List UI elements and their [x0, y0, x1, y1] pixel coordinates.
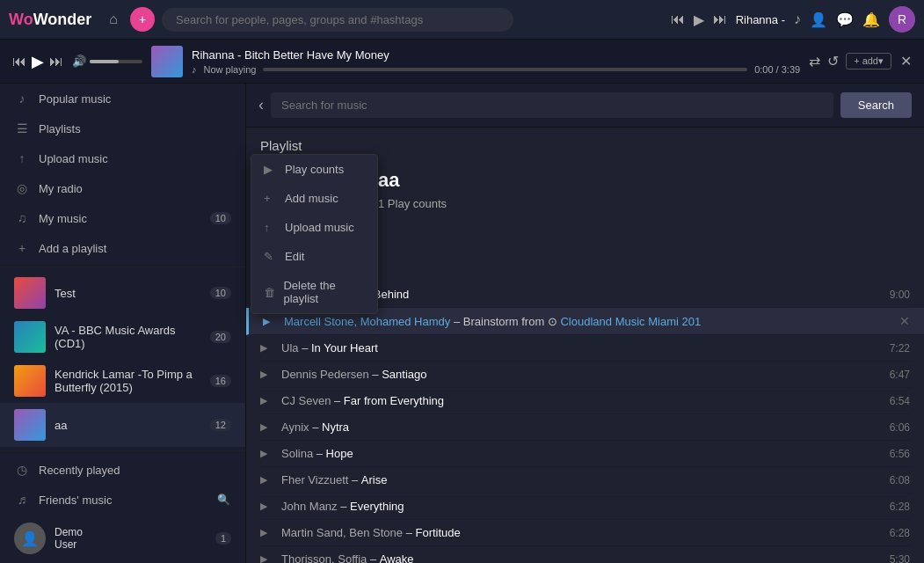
sidebar-playlist-test[interactable]: Test 10 — [0, 271, 245, 315]
music-search-header: ‹ Search — [246, 84, 924, 128]
song-title: Marcell Stone, Mohamed Hamdy – Brainstor… — [284, 315, 892, 328]
sidebar: ♪ Popular music ☰ Playlists ↑ Upload mus… — [0, 84, 246, 563]
sidebar-item-friends-music[interactable]: ♬ Friends' music 🔍 — [0, 485, 245, 515]
sidebar-item-my-music[interactable]: ♫ My music 10 — [0, 203, 245, 233]
context-add-music[interactable]: + Add music — [251, 184, 377, 213]
sidebar-item-demo-user[interactable]: 👤 DemoUser 1 — [0, 515, 245, 562]
music-search-button[interactable]: Search — [840, 92, 912, 118]
sidebar-item-upload-music[interactable]: ↑ Upload music — [0, 143, 245, 173]
playlist-section-label: Playlist — [260, 138, 302, 153]
playlist-thumb-aa — [14, 409, 46, 441]
close-song-button[interactable]: ✕ — [899, 314, 910, 328]
source-link[interactable]: Cloudland Music Miami 201 — [560, 315, 701, 328]
back-button[interactable]: ‹ — [258, 96, 264, 114]
track-progress-area: ♪ Now playing 0:00 / 3:39 — [192, 64, 800, 75]
song-duration: 6:54 — [890, 395, 910, 407]
sidebar-item-playlists[interactable]: ☰ Playlists — [0, 113, 245, 143]
song-row[interactable]: ▶ Fher Vizzuett – Arise 6:08 — [260, 467, 910, 494]
song-row[interactable]: ▶ Thorisson, Soffia – Awake 5:30 — [260, 546, 910, 563]
close-player-button[interactable]: ✕ — [900, 53, 912, 69]
sidebar-divider-2 — [0, 450, 245, 451]
back-button[interactable]: ⏮ — [671, 11, 685, 27]
add-button[interactable]: + — [130, 7, 155, 32]
sidebar-item-my-radio[interactable]: ◎ My radio — [0, 173, 245, 203]
song-title: John Manz – Everything — [281, 500, 883, 513]
main-layout: ♪ Popular music ☰ Playlists ↑ Upload mus… — [0, 84, 924, 563]
playlist-badge: 12 — [210, 419, 231, 431]
avatar[interactable]: R — [889, 6, 915, 33]
song-row[interactable]: ▶ Aynix – Nytra 6:06 — [260, 414, 910, 441]
cover-details: aa 1 Play counts — [378, 169, 910, 219]
context-edit[interactable]: ✎ Edit — [251, 242, 377, 271]
source-icon: ⊙ — [548, 315, 557, 328]
song-duration: 5:30 — [890, 553, 910, 564]
playlist-name: aa — [55, 419, 201, 432]
home-button[interactable]: ⌂ — [104, 8, 123, 31]
prev-button[interactable]: ⏮ — [12, 54, 26, 69]
song-duration: 6:28 — [890, 501, 910, 513]
play-button[interactable]: ▶ — [694, 11, 704, 28]
user-info: DemoUser — [55, 526, 207, 551]
svg-text:R: R — [898, 12, 906, 26]
repeat-icon[interactable]: ↺ — [827, 53, 839, 69]
music-note-icon[interactable]: ♪ — [794, 11, 801, 27]
song-title: Ula – In Your Heart — [281, 341, 883, 355]
playlist-thumb-kendrick — [14, 365, 46, 397]
now-playing-text: Now playing — [204, 64, 257, 75]
sidebar-item-label: My music — [39, 212, 201, 225]
playlist-badge: 10 — [210, 287, 231, 299]
context-play-counts[interactable]: ▶ Play counts — [251, 155, 377, 184]
delete-icon: 🗑 — [264, 286, 276, 299]
play-counts-icon: ▶ — [264, 163, 278, 176]
song-row[interactable]: ▶ Martin Sand, Ben Stone – Fortitude 6:2… — [260, 520, 910, 546]
sidebar-playlist-aa[interactable]: aa 12 — [0, 403, 245, 447]
volume-slider[interactable] — [90, 60, 142, 63]
logo: WoWonder — [9, 11, 91, 29]
artist-link[interactable]: Marcell Stone, Mohamed Hamdy — [284, 315, 450, 328]
add-playlist-icon: + — [14, 241, 30, 255]
play-icon: ▶ — [263, 316, 277, 327]
sidebar-item-recently-played[interactable]: ◷ Recently played — [0, 455, 245, 485]
song-row[interactable]: ▶ John Manz – Everything 6:28 — [260, 494, 910, 520]
play-icon: ▶ — [260, 395, 274, 406]
top-nav: WoWonder ⌂ + ⏮ ▶ ⏭ Rihanna - ♪ 👤 💬 🔔 R — [0, 0, 924, 40]
user-icon[interactable]: 👤 — [810, 11, 827, 28]
sidebar-playlist-bbc[interactable]: VA - BBC Music Awards (CD1) 20 — [0, 315, 245, 359]
play-icon: ▶ — [260, 342, 274, 354]
shuffle-icon[interactable]: ⇄ — [809, 53, 820, 69]
forward-button[interactable]: ⏭ — [713, 11, 727, 27]
next-button[interactable]: ⏭ — [49, 54, 63, 69]
progress-bar[interactable] — [263, 68, 747, 71]
sidebar-item-add-playlist[interactable]: + Add a playlist — [0, 233, 245, 263]
sidebar-item-label: Upload music — [39, 152, 231, 165]
now-playing-label: ♪ — [192, 64, 197, 75]
chat-icon[interactable]: 💬 — [836, 11, 854, 28]
context-upload-music[interactable]: ↑ Upload music — [251, 213, 377, 242]
playlist-name: Test — [55, 287, 201, 300]
song-row[interactable]: ▶ Ula – In Your Heart 7:22 — [260, 335, 910, 362]
upload-music-icon: ↑ — [264, 221, 278, 234]
play-pause-button[interactable]: ▶ — [32, 52, 44, 71]
add-to-playlist-button[interactable]: + add▾ — [846, 53, 891, 69]
track-info: Rihanna - Bitch Better Have My Money ♪ N… — [192, 48, 800, 75]
song-row[interactable]: ▶ Solina – Hope 6:56 — [260, 441, 910, 467]
search-icon[interactable]: 🔍 — [215, 494, 231, 506]
global-search-input[interactable] — [162, 8, 513, 32]
sidebar-item-popular-music[interactable]: ♪ Popular music — [0, 84, 245, 113]
music-search-input[interactable] — [271, 92, 833, 118]
song-row[interactable]: ▶ CJ Seven – Far from Everything 6:54 — [260, 388, 910, 414]
bell-icon[interactable]: 🔔 — [862, 11, 880, 28]
play-icon: ▶ — [260, 369, 274, 380]
song-row[interactable]: ▶ Dennis Pedersen – Santiago 6:47 — [260, 362, 910, 388]
song-title: Thorisson, Soffia – Awake — [281, 552, 883, 563]
play-icon: ▶ — [260, 474, 274, 486]
context-edit-label: Edit — [285, 250, 304, 263]
playlist-title: aa — [378, 169, 910, 192]
player-bar: ⏮ ▶ ⏭ 🔊 Rihanna - Bitch Better Have My M… — [0, 40, 924, 84]
song-duration: 6:47 — [890, 369, 910, 381]
playlists-icon: ☰ — [14, 121, 30, 135]
song-duration: 6:06 — [890, 421, 910, 434]
sidebar-playlist-kendrick[interactable]: Kendrick Lamar -To Pimp a Butterfly (201… — [0, 359, 245, 403]
song-duration: 6:56 — [890, 448, 910, 460]
context-delete-playlist[interactable]: 🗑 Delete the playlist — [251, 271, 377, 313]
